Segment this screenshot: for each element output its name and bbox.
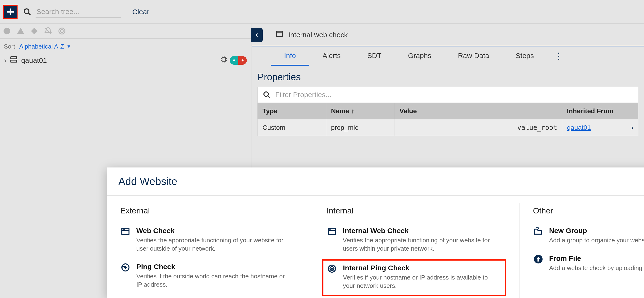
title-row: Internal web check [252,24,644,46]
chevron-down-icon: ▼ [66,44,71,49]
tree-node[interactable]: › qauat01 [0,52,252,68]
option-title: New Group [549,227,644,235]
page-title: Internal web check [288,31,348,39]
properties-filter [258,87,638,103]
sort-asc-icon: ↑ [351,107,354,115]
collapse-sidebar-button[interactable] [251,28,263,42]
radar-icon [120,263,131,273]
svg-point-25 [264,92,268,96]
filter-icon-strip [0,24,252,39]
properties-filter-input[interactable] [275,91,633,99]
status-fail-icon [238,56,247,65]
target-icon[interactable] [58,27,66,35]
tab-graphs[interactable]: Graphs [395,46,444,66]
svg-line-3 [28,13,30,15]
plus-icon [6,7,15,16]
properties-heading: Properties [258,72,638,82]
folder-icon [533,227,544,237]
modal-col-other: Other New Group Add a group to organize … [520,203,644,298]
search-input[interactable] [36,6,121,17]
col-heading: External [120,206,300,215]
svg-point-2 [24,9,29,13]
status-critical-icon[interactable] [3,27,11,35]
sort-value: Alphabetical A-Z [19,43,64,50]
search-wrap: Clear [23,6,150,17]
option-title: Internal Web Check [343,227,494,235]
svg-point-6 [59,28,65,34]
add-button[interactable] [3,5,18,19]
status-pill[interactable] [230,56,247,65]
window-icon [276,30,284,39]
option-title: Web Check [136,227,288,235]
tab-info[interactable]: Info [271,46,309,66]
add-website-modal: Add Website External Web Check Verifies … [107,167,644,298]
option-desc: Verifies the appropriate functioning of … [343,236,494,253]
option-title: From File [549,255,644,263]
browser-icon [120,227,131,237]
option-new-group[interactable]: New Group Add a group to organize your w… [533,223,644,251]
svg-point-41 [332,268,333,269]
properties-table: Type Name↑ Value Inherited From Custom p… [258,103,638,136]
status-warning-icon[interactable] [16,27,25,35]
svg-rect-8 [11,57,17,59]
col-type[interactable]: Type [258,103,326,119]
status-error-icon[interactable] [30,27,38,35]
svg-line-26 [268,96,270,98]
svg-point-32 [124,229,124,230]
svg-point-38 [330,229,331,230]
clear-button[interactable]: Clear [132,8,150,16]
tab-steps[interactable]: Steps [502,46,547,66]
option-from-file[interactable]: From File Add a website check by uploadi… [533,251,644,279]
tab-raw-data[interactable]: Raw Data [444,46,502,66]
option-internal-ping-check[interactable]: Internal Ping Check Verifies if your hos… [322,259,506,296]
chevron-left-icon [254,32,260,38]
col-inherited[interactable]: Inherited From [562,103,638,119]
option-ping-check[interactable]: Ping Check Verifies if the outside world… [120,259,300,296]
col-name[interactable]: Name↑ [326,103,394,119]
tab-alerts[interactable]: Alerts [309,46,354,66]
svg-point-34 [125,267,126,268]
option-web-check[interactable]: Web Check Verifies the appropriate funct… [120,223,300,259]
option-title: Internal Ping Check [343,264,494,272]
svg-point-22 [242,59,244,61]
option-title: Ping Check [136,263,288,271]
sort-label: Sort: [4,43,17,50]
option-desc: Add a website check by uploading a json … [549,264,644,272]
search-icon [263,91,270,99]
upload-icon [533,255,544,265]
col-value[interactable]: Value [394,103,562,119]
svg-point-4 [4,28,10,34]
svg-point-37 [329,229,330,230]
col-heading: Internal [326,206,506,215]
svg-rect-23 [276,31,283,37]
cell-value: value_root [394,119,562,136]
cell-inherited: qauat01 › [562,119,638,136]
modal-col-internal: Internal Internal Web Check Verifies the… [313,203,519,298]
option-desc: Verifies if your hostname or IP address … [343,273,494,290]
col-heading: Other [533,206,644,215]
option-internal-web-check[interactable]: Internal Web Check Verifies the appropri… [326,223,506,259]
chevron-right-icon[interactable]: › [631,124,633,131]
target-icon [327,264,337,274]
svg-rect-9 [11,60,17,62]
inherited-link[interactable]: qauat01 [567,124,591,131]
tree-node-label: qauat01 [21,56,47,64]
sort-control[interactable]: Sort: Alphabetical A-Z ▼ [0,39,252,52]
bell-off-icon[interactable] [44,27,52,35]
browser-icon [326,227,337,237]
server-icon [10,55,18,65]
svg-point-31 [123,229,124,230]
svg-rect-12 [222,58,226,61]
properties-panel: Properties Type Name↑ Value Inherited Fr… [252,66,644,136]
table-row[interactable]: Custom prop_mic value_root qauat01 › [258,119,638,136]
more-menu-button[interactable]: ⋮ [554,51,564,61]
cell-name: prop_mic [326,119,394,136]
chevron-right-icon[interactable]: › [4,57,6,64]
tab-sdt[interactable]: SDT [354,46,395,66]
status-ok-icon [230,56,238,65]
modal-title: Add Website [118,176,177,187]
modal-header: Add Website [107,167,644,196]
option-desc: Verifies if the outside world can reach … [136,272,288,289]
modal-body: External Web Check Verifies the appropri… [107,196,644,298]
svg-point-7 [60,30,63,32]
